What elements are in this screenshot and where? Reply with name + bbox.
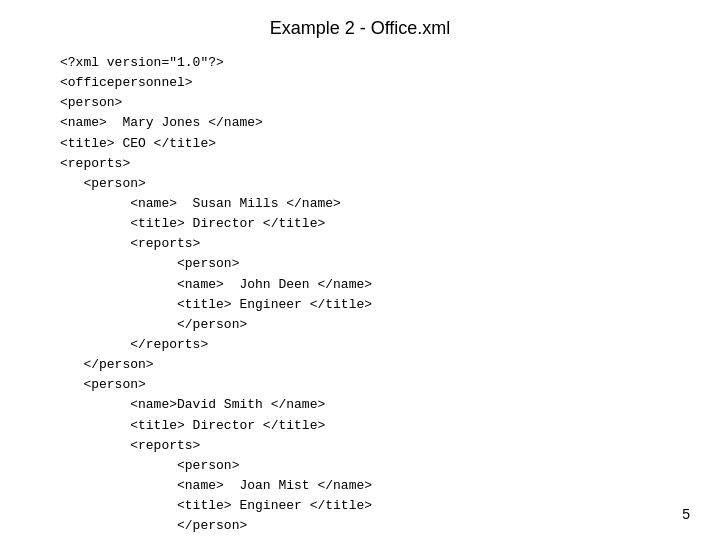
page-number: 5: [682, 506, 690, 522]
code-line: <title> Director </title>: [60, 214, 720, 234]
code-line: <name> Joan Mist </name>: [60, 476, 720, 496]
code-line: <title> Engineer </title>: [60, 295, 720, 315]
code-line: </person>: [60, 355, 720, 375]
code-line: <title> Engineer </title>: [60, 496, 720, 516]
page-title: Example 2 - Office.xml: [0, 0, 720, 53]
code-line: </reports>: [60, 335, 720, 355]
code-line: <person>: [60, 456, 720, 476]
code-block: <?xml version="1.0"?><officepersonnel><p…: [60, 53, 720, 540]
code-line: <person>: [60, 254, 720, 274]
code-line: <title> Director </title>: [60, 416, 720, 436]
code-line: <person>: [60, 93, 720, 113]
code-line: </person>: [60, 516, 720, 536]
code-line: <title> CEO </title>: [60, 134, 720, 154]
code-line: <name> Mary Jones </name>: [60, 113, 720, 133]
code-line: <reports>: [60, 234, 720, 254]
code-line: <name> Susan Mills </name>: [60, 194, 720, 214]
code-line: <person>: [60, 174, 720, 194]
code-line: </person>: [60, 315, 720, 335]
code-line: <?xml version="1.0"?>: [60, 53, 720, 73]
code-line: <name> John Deen </name>: [60, 275, 720, 295]
code-line: <reports>: [60, 154, 720, 174]
code-line: </reports>: [60, 536, 720, 540]
code-line: <reports>: [60, 436, 720, 456]
code-line: <officepersonnel>: [60, 73, 720, 93]
code-line: <person>: [60, 375, 720, 395]
code-line: <name>David Smith </name>: [60, 395, 720, 415]
